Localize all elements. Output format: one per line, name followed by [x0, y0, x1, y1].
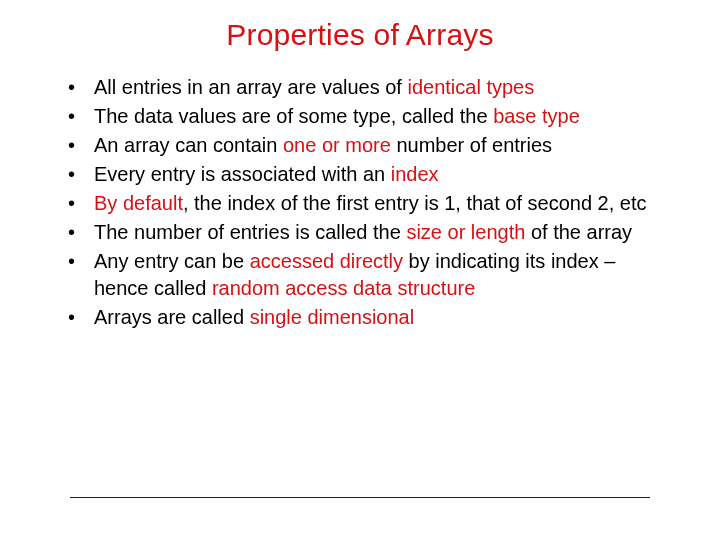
- text: Arrays are called: [94, 306, 250, 328]
- text: All entries in an array are values of: [94, 76, 408, 98]
- emphasis: index: [391, 163, 439, 185]
- text: Any entry can be: [94, 250, 250, 272]
- list-item: The data values are of some type, called…: [50, 103, 670, 130]
- slide: Properties of Arrays All entries in an a…: [0, 0, 720, 540]
- text: of the array: [525, 221, 632, 243]
- slide-title: Properties of Arrays: [50, 18, 670, 52]
- list-item: An array can contain one or more number …: [50, 132, 670, 159]
- emphasis: size or length: [406, 221, 525, 243]
- list-item: By default, the index of the first entry…: [50, 190, 670, 217]
- list-item: Any entry can be accessed directly by in…: [50, 248, 670, 302]
- divider: [70, 497, 650, 498]
- list-item: The number of entries is called the size…: [50, 219, 670, 246]
- emphasis: identical types: [408, 76, 535, 98]
- emphasis: By default: [94, 192, 183, 214]
- list-item: Arrays are called single dimensional: [50, 304, 670, 331]
- emphasis: single dimensional: [250, 306, 415, 328]
- text: Every entry is associated with an: [94, 163, 391, 185]
- emphasis: base type: [493, 105, 580, 127]
- text: number of entries: [391, 134, 552, 156]
- text: The data values are of some type, called…: [94, 105, 493, 127]
- list-item: All entries in an array are values of id…: [50, 74, 670, 101]
- bullet-list: All entries in an array are values of id…: [50, 74, 670, 331]
- emphasis: random access data structure: [212, 277, 475, 299]
- text: An array can contain: [94, 134, 283, 156]
- emphasis: accessed directly: [250, 250, 403, 272]
- text: The number of entries is called the: [94, 221, 406, 243]
- emphasis: one or more: [283, 134, 391, 156]
- list-item: Every entry is associated with an index: [50, 161, 670, 188]
- text: , the index of the first entry is 1, tha…: [183, 192, 647, 214]
